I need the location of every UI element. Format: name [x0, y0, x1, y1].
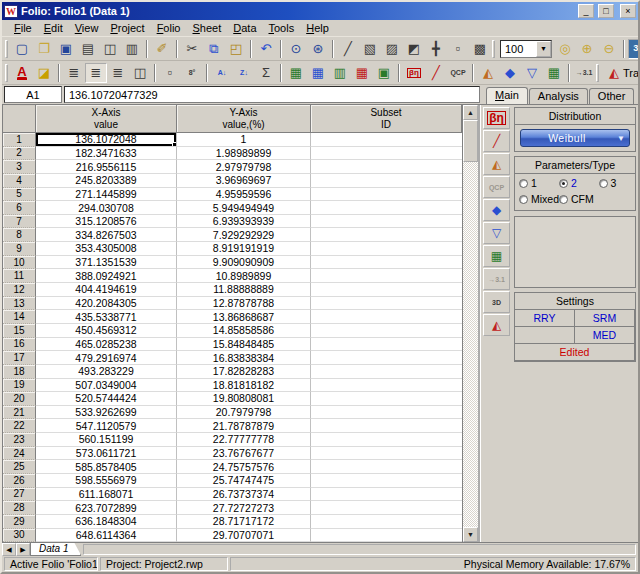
cell-subset-id[interactable]	[311, 460, 462, 474]
menu-item[interactable]: Project	[104, 21, 150, 35]
cell-subset-id[interactable]	[311, 147, 462, 161]
cell-subset-id[interactable]	[311, 419, 462, 433]
radio-option[interactable]: 1	[519, 177, 559, 189]
specify-points-icon[interactable]: ▽	[483, 222, 510, 244]
row-number[interactable]: 24	[3, 447, 36, 461]
cell-y-value[interactable]: 19.80808081	[177, 392, 311, 406]
row-number[interactable]: 20	[3, 392, 36, 406]
format-painter-icon[interactable]: ✐	[151, 39, 173, 59]
cell-x-value[interactable]: 371.1351539	[36, 256, 177, 270]
cell-x-value[interactable]: 479.2916974	[36, 351, 177, 365]
cell-x-value[interactable]: 585.8578405	[36, 460, 177, 474]
row-number[interactable]: 2	[3, 147, 36, 161]
plot-icon[interactable]: ╱	[483, 130, 510, 152]
cell-y-value[interactable]: 13.86868687	[177, 310, 311, 324]
datasheet-wizard-icon[interactable]: ▦	[543, 63, 565, 83]
radio-option[interactable]: 3	[599, 177, 631, 189]
menu-item[interactable]: Help	[300, 21, 335, 35]
cell-x-value[interactable]: 560.151199	[36, 433, 177, 447]
distribution-wizard-icon[interactable]: ◆	[483, 199, 510, 221]
change-units-icon[interactable]: →3.1	[483, 268, 510, 290]
cell-x-value[interactable]: 245.8203389	[36, 174, 177, 188]
cell-reference-box[interactable]: A1	[4, 86, 62, 103]
radio-option[interactable]: Mixed	[519, 193, 559, 205]
scroll-down-icon[interactable]: ▼	[463, 527, 478, 542]
qcp-icon[interactable]: QCP	[447, 63, 469, 83]
row-number[interactable]: 7	[3, 215, 36, 229]
cell-y-value[interactable]: 24.75757576	[177, 460, 311, 474]
spreadsheet-icon[interactable]: ▣	[373, 63, 395, 83]
align-left-icon[interactable]: ≣	[63, 63, 85, 83]
chart-wizard-icon[interactable]: ◩	[403, 39, 425, 59]
menu-item[interactable]: Edit	[38, 21, 69, 35]
row-number[interactable]: 6	[3, 201, 36, 215]
cell-subset-id[interactable]	[311, 447, 462, 461]
cell-subset-id[interactable]	[311, 488, 462, 502]
menu-item[interactable]: View	[69, 21, 105, 35]
select-area-icon[interactable]: ▫	[447, 39, 469, 59]
row-number[interactable]: 27	[3, 488, 36, 502]
align-center-icon[interactable]: ≣	[85, 63, 107, 83]
find-next-icon[interactable]: ⊛	[307, 39, 329, 59]
cell-subset-id[interactable]	[311, 215, 462, 229]
row-number[interactable]: 4	[3, 174, 36, 188]
cell-x-value[interactable]: 388.0924921	[36, 269, 177, 283]
degree-format-icon[interactable]: 8°	[181, 63, 203, 83]
cell-y-value[interactable]: 25.74747475	[177, 474, 311, 488]
cell-y-value[interactable]: 1.98989899	[177, 147, 311, 161]
cell-x-value[interactable]: 648.6114364	[36, 529, 177, 542]
cell-x-value[interactable]: 623.7072899	[36, 501, 177, 515]
column-header-x[interactable]: X-Axis value	[36, 105, 177, 133]
cell-y-value[interactable]: 11.88888889	[177, 283, 311, 297]
cell-subset-id[interactable]	[311, 474, 462, 488]
cell-subset-id[interactable]	[311, 310, 462, 324]
cell-x-value[interactable]: 182.3471633	[36, 147, 177, 161]
cell-x-value[interactable]: 493.283229	[36, 365, 177, 379]
sum-icon[interactable]: Σ	[255, 63, 277, 83]
distribution-wizard-icon[interactable]: ◆	[499, 63, 521, 83]
cell-x-value[interactable]: 294.030708	[36, 201, 177, 215]
cell-x-value[interactable]: 315.1208576	[36, 215, 177, 229]
cell-y-value[interactable]: 10.8989899	[177, 269, 311, 283]
cell-y-value[interactable]: 2.97979798	[177, 160, 311, 174]
save-icon[interactable]: ▣	[55, 39, 77, 59]
report-wizard-icon[interactable]: ◭	[477, 63, 499, 83]
row-number[interactable]: 28	[3, 501, 36, 515]
page-setup-icon[interactable]: ▥	[121, 39, 143, 59]
plot-picture-icon[interactable]: ◭	[483, 314, 510, 336]
cell-y-value[interactable]: 16.83838384	[177, 351, 311, 365]
panel-tab[interactable]: Main	[486, 87, 528, 104]
cell-x-value[interactable]: 507.0349004	[36, 379, 177, 393]
row-number[interactable]: 3	[3, 160, 36, 174]
cell-y-value[interactable]: 29.70707071	[177, 529, 311, 542]
select-all-corner[interactable]	[3, 105, 36, 133]
align-right-icon[interactable]: ≣	[107, 63, 129, 83]
cell-y-value[interactable]: 28.71717172	[177, 515, 311, 529]
toolbar-grip[interactable]	[5, 64, 8, 82]
zoom-combo[interactable]: 100 ▼	[500, 40, 552, 58]
paste-icon[interactable]: ◰	[225, 39, 247, 59]
cell-subset-id[interactable]	[311, 433, 462, 447]
row-number[interactable]: 22	[3, 419, 36, 433]
menu-item[interactable]: Tools	[263, 21, 301, 35]
cell-x-value[interactable]: 465.0285238	[36, 338, 177, 352]
cell-subset-id[interactable]	[311, 529, 462, 542]
cell-x-value[interactable]: 533.9262699	[36, 406, 177, 420]
print-icon[interactable]: ▤	[77, 39, 99, 59]
setting-rank-type[interactable]: MED	[574, 326, 635, 344]
tab-scroll-right-icon[interactable]: ▶	[16, 543, 30, 556]
cell-x-value[interactable]: 520.5744424	[36, 392, 177, 406]
cell-x-value[interactable]: 636.1848304	[36, 515, 177, 529]
cell-y-value[interactable]: 22.77777778	[177, 433, 311, 447]
cell-subset-id[interactable]	[311, 297, 462, 311]
merge-cells-icon[interactable]: ◫	[129, 63, 151, 83]
cell-x-value[interactable]: 216.9556115	[36, 160, 177, 174]
scroll-up-icon[interactable]: ▲	[463, 105, 478, 120]
row-number[interactable]: 12	[3, 283, 36, 297]
cell-y-value[interactable]: 26.73737374	[177, 488, 311, 502]
cell-y-value[interactable]: 17.82828283	[177, 365, 311, 379]
cell-subset-id[interactable]	[311, 228, 462, 242]
chevron-down-icon[interactable]: ▼	[536, 41, 551, 57]
column-header-subset[interactable]: Subset ID	[311, 105, 462, 133]
cell-y-value[interactable]: 4.95959596	[177, 188, 311, 202]
